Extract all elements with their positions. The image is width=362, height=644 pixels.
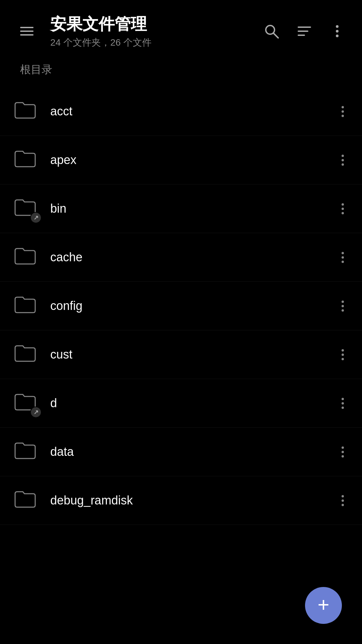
svg-point-6 — [336, 30, 339, 33]
dot — [342, 155, 344, 157]
add-icon: + — [317, 595, 329, 615]
file-list: acct apex ↗ bin — [0, 87, 362, 525]
svg-line-1 — [274, 33, 278, 38]
folder-icon — [13, 487, 37, 511]
symlink-badge: ↗ — [30, 212, 42, 223]
symlink-badge: ↗ — [30, 407, 42, 418]
dot — [342, 212, 344, 214]
app-title: 安果文件管理 — [50, 13, 152, 35]
item-more-button[interactable] — [337, 200, 349, 218]
file-name: acct — [50, 104, 337, 118]
list-item[interactable]: apex — [0, 136, 362, 184]
folder-icon-container — [13, 438, 40, 465]
dot — [342, 349, 344, 352]
dot — [342, 261, 344, 263]
overflow-menu-button[interactable] — [326, 20, 349, 43]
item-more-button[interactable] — [337, 297, 349, 315]
folder-icon-container — [13, 292, 40, 319]
dot — [342, 504, 344, 506]
folder-icon-container — [13, 98, 40, 125]
dot — [342, 256, 344, 259]
list-item[interactable]: data — [0, 428, 362, 476]
file-name: apex — [50, 153, 337, 167]
dot — [342, 106, 344, 108]
dot — [342, 110, 344, 113]
dot — [342, 358, 344, 360]
file-name: d — [50, 396, 337, 410]
dot — [342, 252, 344, 254]
list-item[interactable]: cache — [0, 233, 362, 282]
dot — [342, 402, 344, 405]
folder-icon-container — [13, 487, 40, 514]
symlink-arrow-icon: ↗ — [34, 409, 39, 416]
list-item[interactable]: config — [0, 282, 362, 330]
list-item[interactable]: ↗ d — [0, 379, 362, 428]
hamburger-icon — [17, 23, 37, 39]
dot — [342, 407, 344, 409]
dot — [342, 446, 344, 449]
dot — [342, 203, 344, 206]
folder-icon — [13, 292, 37, 316]
dot — [342, 208, 344, 210]
folder-icon — [13, 341, 37, 365]
sort-button[interactable] — [293, 20, 316, 43]
dot — [342, 499, 344, 502]
list-item[interactable]: ↗ bin — [0, 184, 362, 233]
folder-icon-container: ↗ — [13, 390, 40, 417]
dot — [342, 354, 344, 356]
title-group: 安果文件管理 24 个文件夹，26 个文件 — [50, 13, 152, 49]
folder-icon — [13, 98, 37, 121]
file-name: config — [50, 299, 337, 313]
dot — [342, 115, 344, 117]
add-button[interactable]: + — [305, 587, 342, 624]
dot — [342, 398, 344, 400]
header-actions — [260, 20, 349, 43]
item-more-button[interactable] — [337, 443, 349, 461]
list-item[interactable]: debug_ramdisk — [0, 476, 362, 525]
header-left: 安果文件管理 24 个文件夹，26 个文件 — [13, 13, 152, 49]
item-more-button[interactable] — [337, 103, 349, 120]
dot — [342, 163, 344, 166]
item-more-button[interactable] — [337, 346, 349, 364]
file-name: cust — [50, 347, 337, 362]
list-item[interactable]: acct — [0, 87, 362, 136]
dot — [342, 301, 344, 303]
item-more-button[interactable] — [337, 492, 349, 509]
dot — [342, 451, 344, 453]
dot — [342, 309, 344, 312]
item-more-button[interactable] — [337, 151, 349, 169]
folder-icon-container — [13, 341, 40, 368]
dot — [342, 455, 344, 458]
file-name: data — [50, 445, 337, 459]
dot — [342, 305, 344, 307]
search-icon — [263, 23, 280, 39]
folder-icon-container — [13, 244, 40, 271]
file-count: 24 个文件夹，26 个文件 — [50, 36, 152, 49]
file-name: bin — [50, 202, 337, 216]
header: 安果文件管理 24 个文件夹，26 个文件 — [0, 0, 362, 56]
folder-icon — [13, 244, 37, 267]
menu-button[interactable] — [13, 20, 40, 42]
file-name: cache — [50, 250, 337, 264]
search-button[interactable] — [260, 20, 283, 43]
item-more-button[interactable] — [337, 394, 349, 412]
breadcrumb: 根目录 — [0, 56, 362, 87]
dot — [342, 495, 344, 497]
symlink-arrow-icon: ↗ — [34, 214, 39, 221]
svg-point-5 — [336, 25, 339, 28]
list-item[interactable]: cust — [0, 330, 362, 379]
item-more-button[interactable] — [337, 249, 349, 266]
three-dots-vertical-icon — [329, 23, 345, 39]
folder-icon-container — [13, 147, 40, 173]
sort-icon — [296, 23, 312, 39]
breadcrumb-text: 根目录 — [20, 63, 52, 75]
folder-icon-container: ↗ — [13, 195, 40, 222]
dot — [342, 159, 344, 161]
folder-icon — [13, 147, 37, 170]
file-name: debug_ramdisk — [50, 493, 337, 507]
folder-icon — [13, 438, 37, 462]
svg-point-7 — [336, 35, 339, 37]
